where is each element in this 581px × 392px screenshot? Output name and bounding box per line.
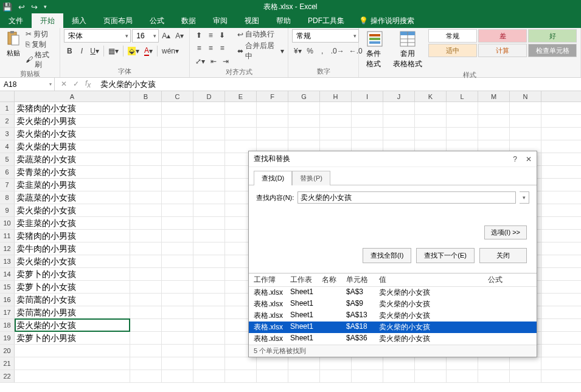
style-cell[interactable]: 好 xyxy=(528,29,577,43)
decrease-indent-button[interactable]: ⇤ xyxy=(208,55,219,67)
copy-button[interactable]: ⎘复制 xyxy=(26,40,56,49)
column-headers[interactable]: ABCDEFGHIJKLMN xyxy=(0,91,581,102)
align-bottom-button[interactable]: ⬇ xyxy=(217,29,228,41)
cell[interactable] xyxy=(352,370,383,382)
tab-视图[interactable]: 视图 xyxy=(236,13,268,28)
cell[interactable] xyxy=(320,128,352,140)
cell[interactable] xyxy=(162,230,193,242)
col-header[interactable]: K xyxy=(415,91,447,101)
cell[interactable] xyxy=(130,242,162,255)
cell[interactable] xyxy=(478,370,510,382)
cell[interactable] xyxy=(15,357,130,370)
cell[interactable] xyxy=(193,230,225,242)
cell[interactable] xyxy=(257,115,288,127)
style-cell[interactable]: 适中 xyxy=(428,44,477,57)
col-header[interactable]: J xyxy=(383,91,415,101)
cell[interactable] xyxy=(130,230,162,242)
row-header[interactable]: 11 xyxy=(0,230,15,242)
cell[interactable] xyxy=(162,115,193,127)
cell[interactable] xyxy=(130,268,162,280)
cell[interactable] xyxy=(383,370,415,382)
results-header[interactable]: 工作簿工作表名称单元格值公式 xyxy=(249,273,537,287)
options-button[interactable]: 选项(I) >> xyxy=(484,225,527,239)
cell[interactable] xyxy=(478,102,510,114)
cell[interactable] xyxy=(162,140,193,153)
cut-button[interactable]: ✂剪切 xyxy=(26,29,56,39)
cell[interactable] xyxy=(257,370,288,382)
close-button[interactable]: 关闭 xyxy=(479,248,527,263)
formula-bar[interactable]: 卖火柴的小女孩 xyxy=(97,79,581,90)
cell[interactable] xyxy=(447,102,478,114)
cell[interactable] xyxy=(193,128,225,140)
cell[interactable] xyxy=(130,153,162,165)
close-icon[interactable]: ✕ xyxy=(526,155,532,163)
cell[interactable]: 卖茼蒿的小男孩 xyxy=(15,306,130,318)
col-header[interactable]: D xyxy=(193,91,225,101)
results-col-header[interactable]: 工作簿 xyxy=(251,275,288,285)
align-center-button[interactable]: ≡ xyxy=(205,42,216,54)
number-format-combo[interactable]: 常规 xyxy=(292,29,359,43)
cell[interactable] xyxy=(130,370,162,382)
cell[interactable] xyxy=(352,128,383,140)
paste-button[interactable]: 粘贴 xyxy=(4,29,23,59)
cell[interactable] xyxy=(193,102,225,114)
format-painter-button[interactable]: 🖌格式刷 xyxy=(26,50,56,69)
cell[interactable]: 卖萝卜的小女孩 xyxy=(15,268,130,280)
cell[interactable] xyxy=(415,357,447,370)
cell[interactable]: 卖猪肉的小男孩 xyxy=(15,230,130,242)
col-header[interactable]: I xyxy=(352,91,383,101)
cell[interactable] xyxy=(415,128,447,140)
row-header[interactable]: 18 xyxy=(0,319,15,331)
cell[interactable] xyxy=(130,345,162,357)
cell[interactable] xyxy=(320,115,352,127)
find-input[interactable]: 卖火柴的小女孩 xyxy=(297,191,516,204)
cell[interactable] xyxy=(383,357,415,370)
save-icon[interactable]: 💾 xyxy=(2,2,12,12)
increase-indent-button[interactable]: ⇥ xyxy=(220,55,231,67)
decrease-font-button[interactable]: A▾ xyxy=(173,30,186,42)
cell[interactable] xyxy=(193,281,225,293)
tab-公式[interactable]: 公式 xyxy=(141,13,173,28)
font-size-combo[interactable]: 16 xyxy=(132,29,159,43)
format-table-button[interactable]: 套用 表格格式 xyxy=(389,29,426,70)
cell[interactable]: 卖萝卜的小男孩 xyxy=(15,332,130,344)
cell[interactable] xyxy=(130,281,162,293)
cell[interactable]: 卖牛肉的小男孩 xyxy=(15,242,130,255)
cell[interactable] xyxy=(257,357,288,370)
cell[interactable] xyxy=(130,191,162,204)
cell[interactable] xyxy=(352,102,383,114)
col-header[interactable]: E xyxy=(225,91,257,101)
cell[interactable] xyxy=(352,115,383,127)
tab-插入[interactable]: 插入 xyxy=(63,13,95,28)
tab-数据[interactable]: 数据 xyxy=(173,13,204,28)
cell[interactable] xyxy=(130,255,162,267)
cell[interactable]: 卖猪肉的小女孩 xyxy=(15,102,130,114)
cell[interactable]: 卖火柴的大男孩 xyxy=(15,140,130,153)
cell[interactable] xyxy=(193,140,225,153)
results-col-header[interactable]: 名称 xyxy=(319,275,344,285)
cell[interactable] xyxy=(320,357,352,370)
cell[interactable] xyxy=(130,102,162,114)
row-header[interactable]: 1 xyxy=(0,102,15,114)
cell[interactable] xyxy=(162,179,193,191)
cell[interactable]: 卖火柴的小女孩 xyxy=(15,128,130,140)
row-header[interactable]: 4 xyxy=(0,140,15,153)
wrap-text-button[interactable]: ↩自动换行 xyxy=(237,29,284,40)
tab-开始[interactable]: 开始 xyxy=(32,13,63,28)
table-row[interactable]: 1卖猪肉的小女孩 xyxy=(0,102,581,115)
comma-button[interactable]: , xyxy=(317,45,328,57)
tell-me[interactable]: 💡操作说明搜索 xyxy=(353,13,420,28)
align-right-button[interactable]: ≡ xyxy=(217,42,228,54)
cell[interactable] xyxy=(15,370,130,382)
cell[interactable] xyxy=(320,370,352,382)
row-header[interactable]: 20 xyxy=(0,345,15,357)
row-header[interactable]: 3 xyxy=(0,128,15,140)
border-button[interactable]: ▦▾ xyxy=(106,45,120,57)
align-top-button[interactable]: ⬆ xyxy=(193,29,204,41)
results-col-header[interactable]: 工作表 xyxy=(288,275,319,285)
result-row[interactable]: 表格.xlsxSheet1$A$13卖火柴的小女孩 xyxy=(249,310,537,322)
tab-replace[interactable]: 替换(P) xyxy=(292,171,330,185)
row-header[interactable]: 17 xyxy=(0,306,15,318)
cell[interactable] xyxy=(130,294,162,306)
increase-font-button[interactable]: A▴ xyxy=(160,30,172,42)
